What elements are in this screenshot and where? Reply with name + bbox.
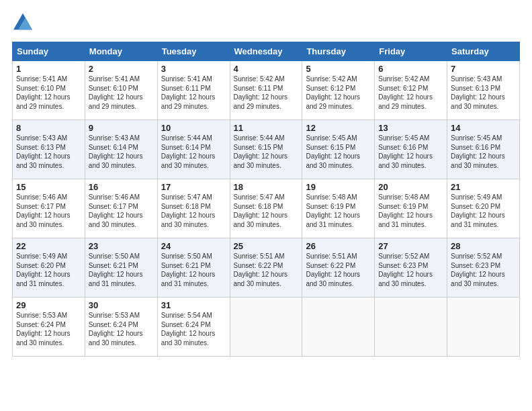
day-number: 6 <box>378 64 443 74</box>
day-info: Sunrise: 5:42 AMSunset: 6:12 PMDaylight:… <box>378 75 443 111</box>
col-sunday: Sunday <box>13 42 85 61</box>
day-info: Sunrise: 5:54 AMSunset: 6:24 PMDaylight:… <box>161 311 226 347</box>
table-row: 27Sunrise: 5:52 AMSunset: 6:23 PMDayligh… <box>375 238 447 298</box>
day-info: Sunrise: 5:44 AMSunset: 6:15 PMDaylight:… <box>234 134 299 170</box>
day-number: 16 <box>89 182 154 192</box>
day-info: Sunrise: 5:47 AMSunset: 6:18 PMDaylight:… <box>161 193 226 229</box>
table-row: 14Sunrise: 5:45 AMSunset: 6:16 PMDayligh… <box>447 120 520 179</box>
table-row: 19Sunrise: 5:48 AMSunset: 6:19 PMDayligh… <box>302 179 375 238</box>
day-info: Sunrise: 5:50 AMSunset: 6:21 PMDaylight:… <box>161 252 226 288</box>
day-info: Sunrise: 5:48 AMSunset: 6:19 PMDaylight:… <box>378 193 443 229</box>
table-row: 2Sunrise: 5:41 AMSunset: 6:10 PMDaylight… <box>85 61 157 120</box>
day-info: Sunrise: 5:46 AMSunset: 6:17 PMDaylight:… <box>89 193 154 229</box>
table-row: 26Sunrise: 5:51 AMSunset: 6:22 PMDayligh… <box>302 238 375 298</box>
col-monday: Monday <box>85 42 157 61</box>
day-number: 19 <box>306 182 371 192</box>
day-number: 27 <box>378 241 443 251</box>
calendar-header-row: Sunday Monday Tuesday Wednesday Thursday… <box>13 42 520 61</box>
day-info: Sunrise: 5:41 AMSunset: 6:10 PMDaylight:… <box>16 75 81 111</box>
table-row: 18Sunrise: 5:47 AMSunset: 6:18 PMDayligh… <box>230 179 302 238</box>
day-info: Sunrise: 5:51 AMSunset: 6:22 PMDaylight:… <box>234 252 299 288</box>
day-number: 26 <box>306 241 371 251</box>
day-number: 2 <box>89 64 154 74</box>
table-row: 5Sunrise: 5:42 AMSunset: 6:12 PMDaylight… <box>302 61 375 120</box>
day-info: Sunrise: 5:42 AMSunset: 6:12 PMDaylight:… <box>306 75 371 111</box>
day-number: 23 <box>89 241 154 251</box>
table-row: 17Sunrise: 5:47 AMSunset: 6:18 PMDayligh… <box>157 179 230 238</box>
day-number: 24 <box>161 241 226 251</box>
day-number: 7 <box>451 64 516 74</box>
table-row: 23Sunrise: 5:50 AMSunset: 6:21 PMDayligh… <box>85 238 157 298</box>
day-number: 29 <box>16 300 81 310</box>
calendar-week-row: 15Sunrise: 5:46 AMSunset: 6:17 PMDayligh… <box>13 179 520 238</box>
table-row: 30Sunrise: 5:53 AMSunset: 6:24 PMDayligh… <box>85 298 157 357</box>
col-wednesday: Wednesday <box>230 42 302 61</box>
day-number: 30 <box>89 300 154 310</box>
day-number: 17 <box>161 182 226 192</box>
day-number: 4 <box>234 64 299 74</box>
table-row: 31Sunrise: 5:54 AMSunset: 6:24 PMDayligh… <box>157 298 230 357</box>
day-number: 15 <box>16 182 81 192</box>
day-info: Sunrise: 5:53 AMSunset: 6:24 PMDaylight:… <box>89 311 154 347</box>
day-info: Sunrise: 5:49 AMSunset: 6:20 PMDaylight:… <box>451 193 516 229</box>
table-row: 3Sunrise: 5:41 AMSunset: 6:11 PMDaylight… <box>157 61 230 120</box>
table-row: 24Sunrise: 5:50 AMSunset: 6:21 PMDayligh… <box>157 238 230 298</box>
table-row: 22Sunrise: 5:49 AMSunset: 6:20 PMDayligh… <box>13 238 85 298</box>
day-info: Sunrise: 5:43 AMSunset: 6:14 PMDaylight:… <box>89 134 154 170</box>
header <box>12 12 520 34</box>
day-number: 1 <box>16 64 81 74</box>
day-number: 18 <box>234 182 299 192</box>
table-row: 12Sunrise: 5:45 AMSunset: 6:15 PMDayligh… <box>302 120 375 179</box>
table-row: 4Sunrise: 5:42 AMSunset: 6:11 PMDaylight… <box>230 61 302 120</box>
table-row: 8Sunrise: 5:43 AMSunset: 6:13 PMDaylight… <box>13 120 85 179</box>
day-info: Sunrise: 5:45 AMSunset: 6:15 PMDaylight:… <box>306 134 371 170</box>
day-info: Sunrise: 5:43 AMSunset: 6:13 PMDaylight:… <box>16 134 81 170</box>
day-info: Sunrise: 5:47 AMSunset: 6:18 PMDaylight:… <box>234 193 299 229</box>
day-number: 3 <box>161 64 226 74</box>
table-row: 29Sunrise: 5:53 AMSunset: 6:24 PMDayligh… <box>13 298 85 357</box>
table-row: 7Sunrise: 5:43 AMSunset: 6:13 PMDaylight… <box>447 61 520 120</box>
table-row <box>302 298 375 357</box>
day-info: Sunrise: 5:41 AMSunset: 6:10 PMDaylight:… <box>89 75 154 111</box>
table-row: 6Sunrise: 5:42 AMSunset: 6:12 PMDaylight… <box>375 61 447 120</box>
day-info: Sunrise: 5:44 AMSunset: 6:14 PMDaylight:… <box>161 134 226 170</box>
day-info: Sunrise: 5:45 AMSunset: 6:16 PMDaylight:… <box>378 134 443 170</box>
day-number: 21 <box>451 182 516 192</box>
day-info: Sunrise: 5:42 AMSunset: 6:11 PMDaylight:… <box>234 75 299 111</box>
day-number: 5 <box>306 64 371 74</box>
day-number: 13 <box>378 123 443 133</box>
col-thursday: Thursday <box>302 42 375 61</box>
table-row <box>447 298 520 357</box>
calendar-week-row: 8Sunrise: 5:43 AMSunset: 6:13 PMDaylight… <box>13 120 520 179</box>
col-tuesday: Tuesday <box>157 42 230 61</box>
day-info: Sunrise: 5:48 AMSunset: 6:19 PMDaylight:… <box>306 193 371 229</box>
table-row: 20Sunrise: 5:48 AMSunset: 6:19 PMDayligh… <box>375 179 447 238</box>
table-row <box>375 298 447 357</box>
day-number: 9 <box>89 123 154 133</box>
day-number: 25 <box>234 241 299 251</box>
day-number: 22 <box>16 241 81 251</box>
calendar-week-row: 22Sunrise: 5:49 AMSunset: 6:20 PMDayligh… <box>13 238 520 298</box>
day-info: Sunrise: 5:49 AMSunset: 6:20 PMDaylight:… <box>16 252 81 288</box>
day-number: 8 <box>16 123 81 133</box>
day-info: Sunrise: 5:43 AMSunset: 6:13 PMDaylight:… <box>451 75 516 111</box>
day-number: 14 <box>451 123 516 133</box>
table-row: 21Sunrise: 5:49 AMSunset: 6:20 PMDayligh… <box>447 179 520 238</box>
table-row: 1Sunrise: 5:41 AMSunset: 6:10 PMDaylight… <box>13 61 85 120</box>
day-info: Sunrise: 5:52 AMSunset: 6:23 PMDaylight:… <box>378 252 443 288</box>
table-row: 10Sunrise: 5:44 AMSunset: 6:14 PMDayligh… <box>157 120 230 179</box>
logo-icon <box>13 12 32 31</box>
table-row: 28Sunrise: 5:52 AMSunset: 6:23 PMDayligh… <box>447 238 520 298</box>
day-info: Sunrise: 5:51 AMSunset: 6:22 PMDaylight:… <box>306 252 371 288</box>
day-info: Sunrise: 5:50 AMSunset: 6:21 PMDaylight:… <box>89 252 154 288</box>
day-number: 12 <box>306 123 371 133</box>
col-friday: Friday <box>375 42 447 61</box>
day-number: 10 <box>161 123 226 133</box>
calendar-week-row: 1Sunrise: 5:41 AMSunset: 6:10 PMDaylight… <box>13 61 520 120</box>
table-row: 11Sunrise: 5:44 AMSunset: 6:15 PMDayligh… <box>230 120 302 179</box>
table-row: 13Sunrise: 5:45 AMSunset: 6:16 PMDayligh… <box>375 120 447 179</box>
day-info: Sunrise: 5:52 AMSunset: 6:23 PMDaylight:… <box>451 252 516 288</box>
calendar-week-row: 29Sunrise: 5:53 AMSunset: 6:24 PMDayligh… <box>13 298 520 357</box>
day-number: 31 <box>161 300 226 310</box>
logo <box>12 12 32 34</box>
